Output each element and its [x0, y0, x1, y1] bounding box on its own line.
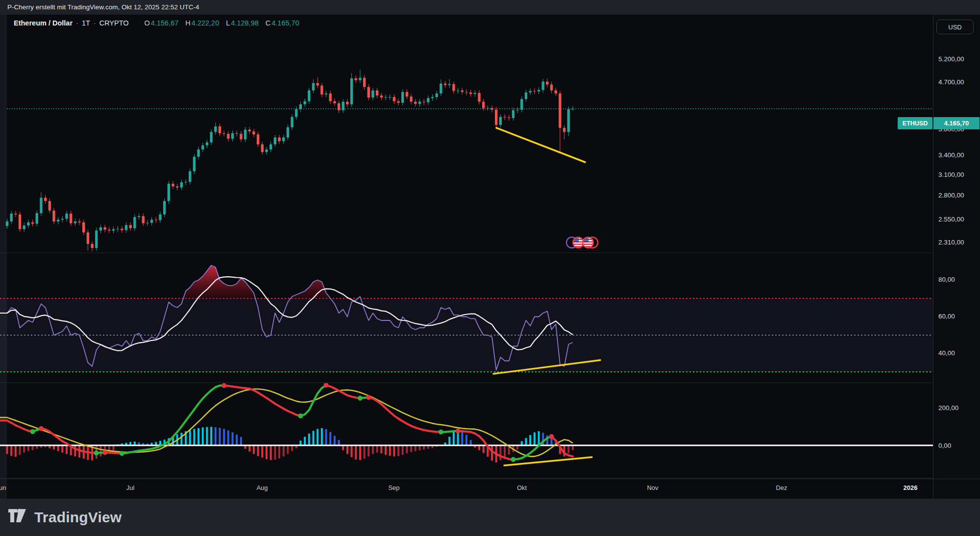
candle-body[interactable] [435, 94, 438, 97]
candle-body[interactable] [168, 184, 170, 201]
candle-body[interactable] [461, 91, 464, 92]
candle-body[interactable] [350, 78, 353, 104]
currency-toggle-button[interactable]: USD [936, 20, 974, 34]
candle-body[interactable] [274, 138, 276, 145]
candle-body[interactable] [452, 84, 455, 91]
candle-body[interactable] [27, 222, 29, 225]
candle-body[interactable] [571, 109, 574, 109]
candle-body[interactable] [312, 83, 315, 91]
candle-body[interactable] [478, 93, 480, 102]
candle-body[interactable] [320, 85, 323, 94]
candle-body[interactable] [308, 91, 310, 101]
candle-body[interactable] [193, 157, 196, 171]
candle-body[interactable] [155, 219, 157, 220]
candle-body[interactable] [180, 182, 183, 188]
candle-body[interactable] [342, 102, 344, 110]
candle-body[interactable] [457, 91, 459, 91]
candle-body[interactable] [427, 98, 429, 102]
candle-body[interactable] [516, 110, 518, 110]
chart-canvas[interactable] [0, 15, 980, 499]
candle-body[interactable] [236, 133, 238, 134]
candle-body[interactable] [550, 85, 553, 91]
candle-body[interactable] [487, 108, 489, 109]
candle-body[interactable] [70, 214, 72, 223]
candle-body[interactable] [142, 216, 145, 223]
candle-body[interactable] [6, 221, 8, 226]
candle-body[interactable] [333, 101, 336, 103]
candle-body[interactable] [541, 82, 544, 90]
candle-body[interactable] [559, 94, 561, 128]
candle-body[interactable] [422, 102, 425, 102]
candle-body[interactable] [346, 102, 348, 104]
candle-body[interactable] [49, 201, 51, 211]
candle-body[interactable] [397, 101, 399, 103]
price-pane[interactable] [6, 70, 933, 251]
candle-body[interactable] [248, 130, 251, 132]
candle-body[interactable] [14, 214, 17, 215]
candle-body[interactable] [82, 222, 85, 233]
candle-body[interactable] [465, 92, 467, 93]
candle-body[interactable] [257, 134, 259, 144]
candle-body[interactable] [303, 101, 306, 104]
candle-body[interactable] [61, 219, 64, 220]
candle-body[interactable] [316, 83, 318, 86]
candle-body[interactable] [355, 78, 357, 80]
price-trendline-drawing[interactable] [496, 128, 585, 162]
candle-body[interactable] [363, 78, 366, 87]
candle-body[interactable] [525, 93, 527, 99]
candle-body[interactable] [163, 201, 166, 214]
candle-body[interactable] [108, 230, 110, 231]
candle-body[interactable] [91, 244, 93, 248]
price-axis[interactable]: USD 5.200,004.700,003.800,003.400,003.10… [933, 15, 980, 479]
candle-body[interactable] [240, 134, 242, 139]
candle-body[interactable] [36, 213, 38, 224]
candle-body[interactable] [146, 223, 148, 223]
candle-body[interactable] [52, 211, 55, 221]
candle-body[interactable] [376, 91, 378, 96]
candle-body[interactable] [159, 215, 161, 220]
candle-body[interactable] [414, 102, 416, 104]
candle-body[interactable] [197, 149, 199, 157]
candle-body[interactable] [359, 78, 361, 80]
candle-body[interactable] [78, 221, 80, 222]
candle-body[interactable] [389, 97, 391, 97]
candle-body[interactable] [406, 92, 408, 97]
candle-body[interactable] [371, 91, 374, 97]
candle-body[interactable] [261, 145, 264, 152]
candle-body[interactable] [150, 219, 153, 222]
candle-body[interactable] [44, 198, 47, 201]
candle-body[interactable] [520, 99, 523, 110]
candle-body[interactable] [57, 219, 59, 221]
candle-body[interactable] [265, 149, 268, 152]
candle-body[interactable] [295, 109, 297, 117]
candle-body[interactable] [184, 182, 187, 182]
candle-body[interactable] [440, 84, 442, 94]
candle-body[interactable] [567, 109, 570, 132]
candle-body[interactable] [227, 134, 229, 139]
candle-body[interactable] [74, 221, 76, 223]
candle-body[interactable] [529, 91, 531, 93]
candle-body[interactable] [189, 171, 191, 182]
candle-body[interactable] [291, 117, 293, 127]
candle-body[interactable] [31, 222, 34, 224]
candle-body[interactable] [125, 225, 127, 230]
macd-pane[interactable] [0, 383, 933, 465]
candle-body[interactable] [538, 90, 540, 92]
candle-body[interactable] [338, 103, 340, 110]
candle-body[interactable] [448, 84, 451, 85]
candle-body[interactable] [393, 97, 395, 101]
candle-body[interactable] [133, 217, 136, 228]
candle-body[interactable] [299, 104, 302, 109]
candle-body[interactable] [138, 216, 140, 217]
candle-body[interactable] [231, 133, 234, 139]
candle-body[interactable] [103, 227, 106, 230]
candle-body[interactable] [469, 93, 472, 94]
candle-body[interactable] [222, 133, 225, 134]
candle-body[interactable] [172, 184, 174, 186]
candle-body[interactable] [129, 225, 132, 228]
candle-body[interactable] [503, 117, 506, 118]
tradingview-wordmark[interactable]: TradingView [34, 509, 122, 526]
candle-body[interactable] [95, 231, 98, 248]
candle-body[interactable] [533, 91, 536, 92]
candle-body[interactable] [244, 130, 246, 140]
